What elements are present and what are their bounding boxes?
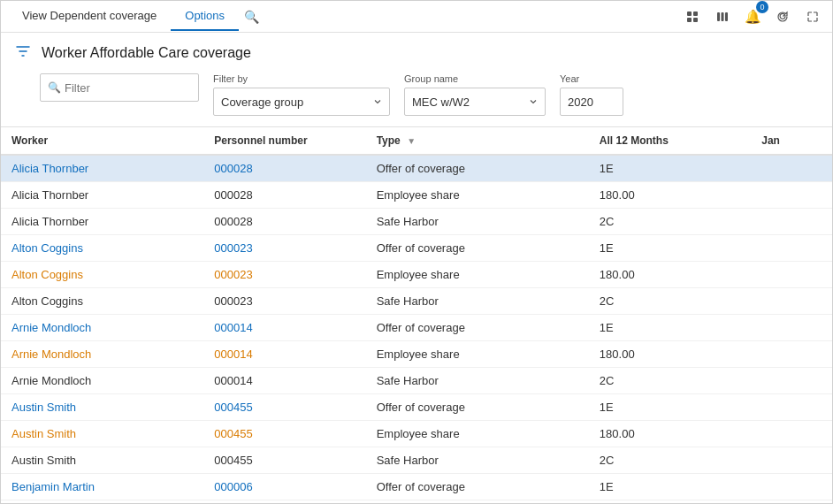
cell-jan <box>751 155 832 182</box>
col-header-type[interactable]: Type ▼ <box>366 127 589 155</box>
col-header-worker: Worker <box>1 127 203 155</box>
cell-jan <box>751 421 832 447</box>
tab-options[interactable]: Options <box>171 2 239 31</box>
type-filter-icon[interactable]: ▼ <box>407 136 416 146</box>
table-row[interactable]: Arnie Mondloch000014Employee share180.00 <box>1 341 832 368</box>
table-row[interactable]: Alton Coggins000023Employee share180.00 <box>1 262 832 288</box>
cell-type: Offer of coverage <box>366 474 589 500</box>
grid-icon[interactable] <box>680 4 705 29</box>
notification-badge: 0 <box>756 1 768 13</box>
nav-actions: 🔔 0 <box>680 4 825 29</box>
cell-worker: Austin Smith <box>1 447 203 474</box>
year-label: Year <box>560 73 623 84</box>
cell-worker[interactable]: Alton Coggins <box>1 235 203 262</box>
table-row[interactable]: Austin Smith000455Employee share180.00 <box>1 421 832 447</box>
table-row[interactable]: Arnie Mondloch000014Safe Harbor2C <box>1 368 832 394</box>
page-title: Worker Affordable Care coverage <box>42 45 251 61</box>
cell-personnel: 000028 <box>203 209 365 235</box>
filter-by-dropdown[interactable]: Coverage group <box>213 88 390 116</box>
cell-personnel: 000006 <box>203 474 365 500</box>
cell-all12: 180.00 <box>589 341 751 368</box>
cell-type: Employee share <box>366 182 589 209</box>
search-icon[interactable]: 🔍 <box>239 4 264 29</box>
cell-all12: 2C <box>589 209 751 235</box>
year-group: Year <box>560 73 623 116</box>
chevron-down-icon <box>373 97 382 106</box>
cell-worker: Alicia Thornber <box>1 182 203 209</box>
tab-view-dependent[interactable]: View Dependent coverage <box>8 2 171 31</box>
cell-jan <box>751 447 832 474</box>
group-name-value: MEC w/W2 <box>412 95 470 109</box>
table-row[interactable]: Alicia Thornber000028Employee share180.0… <box>1 182 832 209</box>
cell-type: Offer of coverage <box>366 155 589 182</box>
cell-all12: 1E <box>589 155 751 182</box>
cell-personnel: 000028 <box>203 182 365 209</box>
group-name-dropdown[interactable]: MEC w/W2 <box>404 88 546 116</box>
table-row[interactable]: Arnie Mondloch000014Offer of coverage1E <box>1 315 832 341</box>
table-row[interactable]: Alicia Thornber000028Offer of coverage1E <box>1 155 832 182</box>
col-header-jan: Jan <box>751 127 832 155</box>
bell-icon[interactable]: 🔔 0 <box>740 4 765 29</box>
expand-icon[interactable] <box>800 4 825 29</box>
cell-all12: 2C <box>589 447 751 474</box>
filter-by-label: Filter by <box>213 73 390 84</box>
filter-input[interactable] <box>65 81 191 95</box>
top-nav: View Dependent coverage Options 🔍 <box>1 1 832 33</box>
cell-worker[interactable]: Benjamin Martin <box>1 474 203 500</box>
cell-type: Safe Harbor <box>366 288 589 315</box>
data-table: Worker Personnel number Type ▼ All 12 Mo… <box>1 127 832 500</box>
table-row[interactable]: Austin Smith000455Safe Harbor2C <box>1 447 832 474</box>
cell-personnel: 000014 <box>203 368 365 394</box>
cell-all12: 2C <box>589 368 751 394</box>
cell-worker[interactable]: Alicia Thornber <box>1 155 203 182</box>
col-header-personnel: Personnel number <box>203 127 365 155</box>
page-header: Worker Affordable Care coverage <box>1 33 832 70</box>
cell-personnel: 000023 <box>203 262 365 288</box>
cell-type: Safe Harbor <box>366 447 589 474</box>
svg-rect-2 <box>687 18 692 22</box>
year-input[interactable] <box>560 88 623 116</box>
cell-type: Employee share <box>366 421 589 447</box>
filter-by-value: Coverage group <box>221 95 303 109</box>
table-row[interactable]: Benjamin Martin000006Offer of coverage1E <box>1 474 832 500</box>
svg-rect-0 <box>687 11 692 16</box>
cell-all12: 180.00 <box>589 182 751 209</box>
cell-personnel: 000023 <box>203 235 365 262</box>
cell-jan <box>751 315 832 341</box>
table-header-row: Worker Personnel number Type ▼ All 12 Mo… <box>1 127 832 155</box>
table-row[interactable]: Alicia Thornber000028Safe Harbor2C <box>1 209 832 235</box>
table-row[interactable]: Austin Smith000455Offer of coverage1E <box>1 394 832 421</box>
group-name-label: Group name <box>404 73 546 84</box>
cell-type: Offer of coverage <box>366 235 589 262</box>
cell-personnel: 000455 <box>203 421 365 447</box>
cell-worker[interactable]: Alton Coggins <box>1 262 203 288</box>
cell-type: Offer of coverage <box>366 394 589 421</box>
nav-tabs: View Dependent coverage Options 🔍 <box>8 2 264 31</box>
table-row[interactable]: Alton Coggins000023Safe Harbor2C <box>1 288 832 315</box>
cell-worker[interactable]: Austin Smith <box>1 394 203 421</box>
cell-personnel: 000455 <box>203 447 365 474</box>
filter-search-box[interactable]: 🔍 <box>40 73 199 102</box>
columns-icon[interactable] <box>710 4 735 29</box>
cell-all12: 2C <box>589 288 751 315</box>
refresh-icon[interactable] <box>770 4 795 29</box>
group-name-group: Group name MEC w/W2 <box>404 73 546 116</box>
table-container: Worker Personnel number Type ▼ All 12 Mo… <box>1 126 832 503</box>
cell-worker: Alicia Thornber <box>1 209 203 235</box>
cell-personnel: 000014 <box>203 315 365 341</box>
cell-personnel: 000023 <box>203 288 365 315</box>
page-filter-icon <box>15 43 31 63</box>
cell-jan <box>751 262 832 288</box>
cell-worker[interactable]: Arnie Mondloch <box>1 341 203 368</box>
svg-rect-5 <box>722 12 724 21</box>
page-content: Worker Affordable Care coverage 🔍 Filter… <box>1 33 832 503</box>
table-row[interactable]: Alton Coggins000023Offer of coverage1E <box>1 235 832 262</box>
cell-personnel: 000028 <box>203 155 365 182</box>
cell-worker[interactable]: Austin Smith <box>1 421 203 447</box>
filter-search-icon: 🔍 <box>48 81 61 94</box>
filter-by-group: Filter by Coverage group <box>213 73 390 116</box>
cell-all12: 180.00 <box>589 262 751 288</box>
svg-rect-4 <box>717 12 720 21</box>
app-container: View Dependent coverage Options 🔍 <box>0 0 833 504</box>
cell-worker[interactable]: Arnie Mondloch <box>1 315 203 341</box>
